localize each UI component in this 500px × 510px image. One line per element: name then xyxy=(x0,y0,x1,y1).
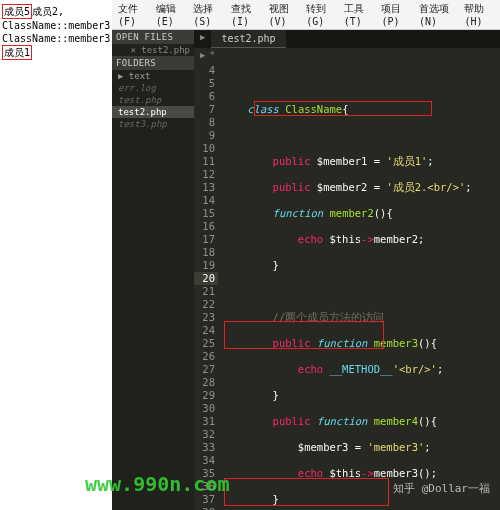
menu-select[interactable]: 选择(S) xyxy=(193,2,223,27)
output-hl-2: 成员1 xyxy=(2,45,32,60)
editor-area: ▶ test2.php ▶ * 456789101112131415161718… xyxy=(194,30,500,510)
menubar: 文件(F) 编辑(E) 选择(S) 查找(I) 视图(V) 转到(G) 工具(T… xyxy=(112,0,500,30)
folder-arrow-icon: ▶ xyxy=(118,71,123,81)
menu-project[interactable]: 项目(P) xyxy=(381,2,411,27)
menu-tools[interactable]: 工具(T) xyxy=(344,2,374,27)
file-errlog[interactable]: err.log xyxy=(112,82,194,94)
sidebar-openfiles-label: OPEN FILES xyxy=(112,30,194,44)
watermark-credit: 知乎 @Dollar一福 xyxy=(393,481,490,496)
code-area[interactable]: 4567891011121314151617181920212223242526… xyxy=(194,62,500,510)
tab-test2[interactable]: test2.php xyxy=(211,30,285,48)
etab-arrow-icon: ▶ xyxy=(200,50,205,60)
open-file-item[interactable]: × test2.php xyxy=(112,44,194,56)
folder-root[interactable]: ▶ text xyxy=(112,70,194,82)
close-icon[interactable]: × xyxy=(130,45,135,55)
menu-edit[interactable]: 编辑(E) xyxy=(156,2,186,27)
ide-window: 文件(F) 编辑(E) 选择(S) 查找(I) 视图(V) 转到(G) 工具(T… xyxy=(112,0,500,510)
etab-star-icon: * xyxy=(209,50,214,60)
file-test3[interactable]: test3.php xyxy=(112,118,194,130)
sidebar: OPEN FILES × test2.php FOLDERS ▶ text er… xyxy=(112,30,194,510)
menu-goto[interactable]: 转到(G) xyxy=(306,2,336,27)
file-test[interactable]: test.php xyxy=(112,94,194,106)
output-pane: 成员5成员2, ClassName::member3 ClassName::me… xyxy=(0,0,112,510)
watermark-url: www.990n.com xyxy=(85,472,230,496)
tab-bar: ▶ test2.php xyxy=(194,30,500,48)
source[interactable]: class ClassName{ public $member1 = '成员1'… xyxy=(222,64,500,510)
menu-help[interactable]: 帮助(H) xyxy=(464,2,494,27)
menu-prefs[interactable]: 首选项(N) xyxy=(419,2,456,27)
menu-view[interactable]: 视图(V) xyxy=(269,2,299,27)
file-test2[interactable]: test2.php xyxy=(112,106,194,118)
sidebar-folders-label: FOLDERS xyxy=(112,56,194,70)
gutter: 4567891011121314151617181920212223242526… xyxy=(194,62,218,510)
output-hl-1: 成员5 xyxy=(2,4,32,19)
tab-arrow-icon[interactable]: ▶ xyxy=(200,32,205,46)
menu-find[interactable]: 查找(I) xyxy=(231,2,261,27)
menu-file[interactable]: 文件(F) xyxy=(118,2,148,27)
